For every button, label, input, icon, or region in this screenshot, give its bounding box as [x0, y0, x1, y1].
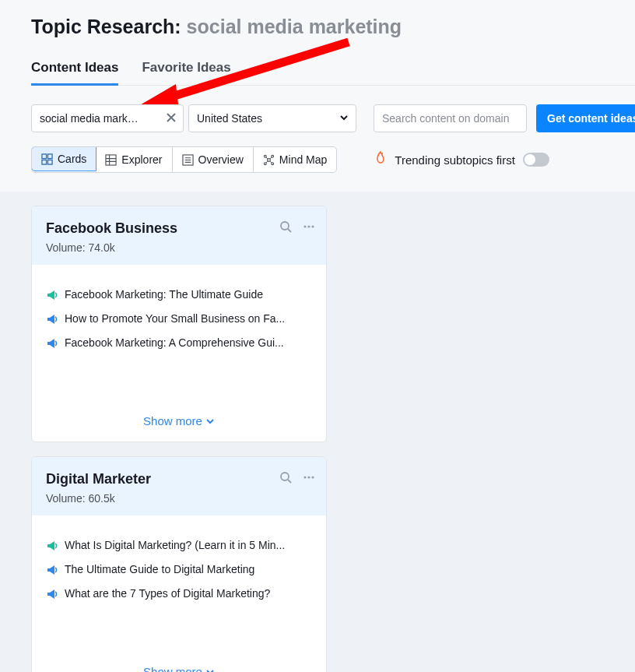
- cards-grid: Facebook BusinessVolume: 74.0kFacebook M…: [31, 206, 635, 672]
- card-more-icon[interactable]: [303, 471, 315, 487]
- headline-text: How to Promote Your Small Business on Fa…: [65, 312, 285, 325]
- svg-rect-3: [42, 160, 47, 164]
- svg-point-29: [303, 476, 306, 478]
- trending-toggle-wrap: Trending subtopics first: [374, 151, 549, 168]
- headline-item[interactable]: The Ultimate Guide to Digital Marketing: [46, 563, 312, 576]
- view-segmented: Cards Explorer Overview Mind Map: [31, 146, 337, 173]
- topic-card: Facebook BusinessVolume: 74.0kFacebook M…: [31, 206, 327, 442]
- topic-card: Digital MarketerVolume: 60.5kWhat Is Dig…: [31, 456, 327, 672]
- tab-content-ideas[interactable]: Content Ideas: [31, 60, 118, 85]
- overview-icon: [182, 154, 194, 166]
- svg-rect-4: [47, 160, 52, 164]
- trending-label: Trending subtopics first: [395, 153, 515, 167]
- card-header: Digital MarketerVolume: 60.5k: [32, 457, 326, 515]
- svg-line-28: [288, 480, 291, 483]
- seg-explorer[interactable]: Explorer: [96, 147, 172, 172]
- svg-rect-1: [42, 153, 47, 158]
- mindmap-icon: [263, 154, 275, 166]
- chevron-down-icon: [339, 111, 349, 125]
- card-more-icon[interactable]: [303, 220, 315, 236]
- svg-rect-2: [47, 153, 52, 158]
- title-topic: social media marketing: [187, 16, 402, 37]
- seg-overview[interactable]: Overview: [173, 147, 254, 172]
- card-title: Digital Marketer: [46, 471, 312, 487]
- seg-cards[interactable]: Cards: [31, 146, 96, 171]
- primary-tabs: Content Ideas Favorite Ideas: [31, 60, 635, 86]
- view-row: Cards Explorer Overview Mind Map Trendin…: [31, 146, 635, 173]
- headline-item[interactable]: What Is Digital Marketing? (Learn it in …: [46, 539, 312, 552]
- country-value: United States: [197, 112, 262, 125]
- explorer-icon: [105, 154, 117, 166]
- seg-explorer-label: Explorer: [121, 153, 162, 166]
- svg-point-24: [303, 225, 306, 227]
- country-select[interactable]: United States: [188, 104, 356, 132]
- svg-line-20: [266, 160, 268, 162]
- card-body: Facebook Marketing: The Ultimate GuideHo…: [32, 265, 326, 405]
- keyword-input-wrap: [31, 104, 184, 132]
- svg-point-22: [281, 222, 289, 230]
- title-prefix: Topic Research:: [31, 16, 187, 37]
- keyword-input[interactable]: [31, 104, 184, 132]
- svg-point-27: [281, 473, 289, 480]
- clear-keyword-icon[interactable]: [167, 111, 176, 125]
- svg-point-30: [307, 476, 310, 478]
- trending-toggle[interactable]: [523, 153, 549, 167]
- svg-line-19: [270, 157, 272, 158]
- page-title: Topic Research: social media marketing: [31, 16, 635, 38]
- headline-text: Facebook Marketing: A Comprehensive Gui.…: [65, 336, 284, 349]
- svg-line-23: [288, 229, 291, 232]
- domain-search-input[interactable]: [374, 104, 527, 132]
- headline-item[interactable]: What are the 7 Types of Digital Marketin…: [46, 587, 312, 600]
- svg-point-26: [311, 225, 314, 227]
- card-body: What Is Digital Marketing? (Learn it in …: [32, 515, 326, 656]
- seg-mindmap-label: Mind Map: [279, 153, 327, 166]
- headline-text: The Ultimate Guide to Digital Marketing: [65, 563, 254, 575]
- headline-text: Facebook Marketing: The Ultimate Guide: [65, 288, 263, 301]
- headline-text: What Is Digital Marketing? (Learn it in …: [65, 539, 285, 551]
- headline-item[interactable]: Facebook Marketing: The Ultimate Guide: [46, 288, 312, 301]
- svg-point-13: [267, 158, 270, 161]
- controls-row: United States Get content ideas: [31, 104, 635, 132]
- seg-cards-label: Cards: [58, 153, 86, 165]
- cards-icon: [41, 153, 53, 165]
- svg-line-21: [270, 160, 272, 162]
- headline-item[interactable]: Facebook Marketing: A Comprehensive Gui.…: [46, 336, 312, 350]
- card-volume: Volume: 74.0k: [46, 241, 312, 254]
- svg-rect-5: [106, 154, 116, 164]
- tab-favorite-ideas[interactable]: Favorite Ideas: [142, 60, 230, 85]
- country-select-wrap: United States: [188, 104, 356, 132]
- card-volume: Volume: 60.5k: [46, 492, 312, 505]
- headline-text: What are the 7 Types of Digital Marketin…: [65, 587, 270, 600]
- svg-line-18: [266, 157, 268, 158]
- cards-area: Facebook BusinessVolume: 74.0kFacebook M…: [0, 192, 635, 672]
- card-search-icon[interactable]: [279, 471, 292, 487]
- show-more-button[interactable]: Show more: [32, 405, 326, 442]
- seg-mindmap[interactable]: Mind Map: [254, 147, 336, 172]
- card-header: Facebook BusinessVolume: 74.0k: [32, 206, 326, 265]
- get-content-ideas-button[interactable]: Get content ideas: [536, 104, 635, 132]
- svg-point-31: [311, 476, 314, 478]
- card-search-icon[interactable]: [279, 220, 292, 236]
- headline-item[interactable]: How to Promote Your Small Business on Fa…: [46, 312, 312, 325]
- flame-icon: [374, 151, 387, 168]
- card-title: Facebook Business: [46, 220, 312, 237]
- show-more-button[interactable]: Show more: [32, 656, 326, 672]
- seg-overview-label: Overview: [198, 153, 244, 166]
- svg-point-25: [307, 225, 310, 227]
